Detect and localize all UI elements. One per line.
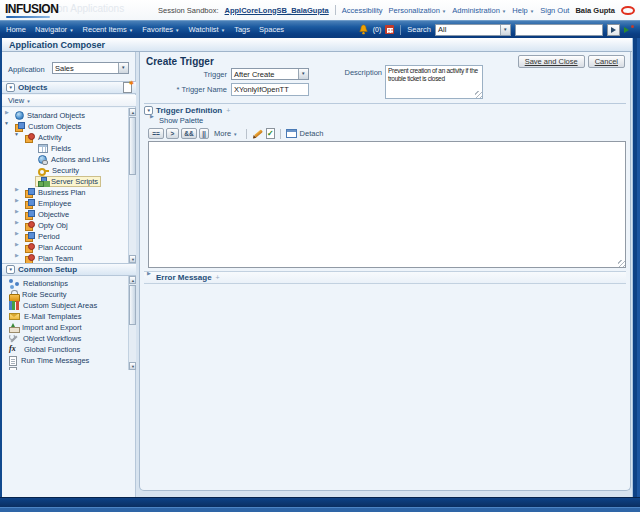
chevron-down-icon[interactable] (118, 63, 128, 73)
calendar-icon[interactable] (385, 25, 394, 34)
search-scope-select[interactable]: All (435, 24, 511, 36)
description-textarea[interactable]: Prevent creation of an activity if the t… (385, 65, 483, 99)
equals-operator-button[interactable]: == (148, 128, 164, 139)
setup-item-partial[interactable] (2, 366, 136, 370)
window-frame-bottom (0, 497, 640, 512)
bell-icon[interactable] (358, 24, 369, 35)
scrollbar-thumb[interactable] (129, 285, 136, 325)
tree-item-fields[interactable]: Fields (2, 143, 136, 154)
tree-scrollbar[interactable] (128, 108, 136, 263)
tree-item-period[interactable]: Period (2, 231, 136, 242)
tree-item-objective[interactable]: Objective (2, 209, 136, 220)
advanced-search-icon[interactable] (624, 25, 634, 35)
fields-grid-icon (38, 144, 48, 153)
administration-menu[interactable]: Administration (452, 6, 506, 15)
chevron-down-icon (173, 25, 179, 34)
alert-count[interactable]: (0) (373, 26, 382, 33)
setup-item-custom-subject-areas[interactable]: Custom Subject Areas (2, 300, 136, 311)
more-menu-button[interactable]: More (211, 129, 241, 138)
resize-grip-icon[interactable] (475, 91, 482, 98)
chevron-down-icon (440, 6, 446, 15)
divider (335, 5, 336, 15)
scroll-up-icon[interactable] (129, 108, 136, 116)
setup-item-object-workflows[interactable]: Object Workflows (2, 333, 136, 344)
setup-item-global-functions[interactable]: Global Functions (2, 344, 136, 355)
chevron-down-icon[interactable] (298, 69, 308, 79)
create-trigger-panel: Create Trigger Save and Close Cancel Tri… (139, 52, 631, 491)
document-icon (9, 367, 17, 371)
collapse-toggle-icon[interactable] (6, 265, 15, 274)
setup-item-email-templates[interactable]: E-Mail Templates (2, 311, 136, 322)
trigger-definition-header: Trigger Definition + (144, 103, 626, 116)
search-input[interactable] (515, 24, 603, 36)
script-editor[interactable] (148, 141, 626, 268)
tree-item-security[interactable]: Security (2, 165, 136, 176)
header-marker-icon: + (216, 274, 220, 281)
trigger-name-input[interactable] (231, 83, 309, 96)
tree-item-plan-team[interactable]: Plan Team (2, 253, 136, 263)
search-go-button[interactable] (607, 24, 620, 36)
save-and-close-button[interactable]: Save and Close (518, 55, 585, 68)
import-arrow-icon (9, 323, 18, 333)
error-message-header[interactable]: Error Message + (144, 271, 626, 284)
setup-item-import-and-export[interactable]: Import and Export (2, 322, 136, 333)
setup-scrollbar[interactable] (128, 276, 136, 370)
window-frame-left (0, 38, 2, 512)
tree-item-custom-objects[interactable]: Custom Objects (2, 121, 136, 132)
custom-object-icon (25, 221, 35, 231)
cancel-button[interactable]: Cancel (588, 55, 625, 68)
greater-than-operator-button[interactable]: > (166, 128, 179, 139)
collapse-toggle-icon[interactable] (6, 83, 15, 92)
tree-item-activity[interactable]: Activity (2, 132, 136, 143)
nav-navigator[interactable]: Navigator (35, 25, 74, 34)
brand-mark-icon (621, 6, 635, 15)
erase-icon[interactable] (252, 128, 264, 139)
global-header: Fusion Applications INFUSION Session San… (0, 0, 640, 20)
scroll-up-icon[interactable] (129, 276, 136, 284)
application-select[interactable]: Sales (52, 62, 129, 74)
scroll-down-icon[interactable] (129, 362, 136, 370)
and-operator-button[interactable]: && (181, 128, 197, 139)
custom-objects-icon (25, 199, 35, 209)
resize-grip-icon[interactable] (618, 260, 625, 267)
nav-recent-items[interactable]: Recent Items (83, 25, 134, 34)
content-area: Application Sales Objects View Standard … (2, 52, 632, 497)
or-operator-button[interactable]: || (199, 128, 209, 139)
nav-favorites[interactable]: Favorites (142, 25, 179, 34)
tree-item-standard-objects[interactable]: Standard Objects (2, 110, 136, 121)
page-title: Application Composer (2, 40, 105, 50)
scrollbar-thumb[interactable] (129, 117, 136, 175)
sign-out-link[interactable]: Sign Out (540, 6, 569, 15)
setup-item-relationships[interactable]: Relationships (2, 278, 136, 289)
scroll-down-icon[interactable] (129, 255, 136, 263)
setup-item-role-security[interactable]: Role Security (2, 289, 136, 300)
tree-item-server-scripts[interactable]: Server Scripts (2, 176, 136, 187)
accessibility-link[interactable]: Accessibility (342, 6, 383, 15)
trigger-type-select[interactable]: After Create (231, 68, 309, 80)
custom-object-icon (25, 254, 35, 264)
new-object-icon[interactable] (123, 82, 132, 93)
chevron-down-icon[interactable] (500, 25, 510, 35)
tree-item-plan-account[interactable]: Plan Account (2, 242, 136, 253)
chevron-down-icon (528, 6, 534, 15)
personalization-menu[interactable]: Personalization (389, 6, 447, 15)
view-menu-button[interactable]: View (8, 96, 31, 105)
nav-home[interactable]: Home (6, 25, 26, 34)
session-sandbox-link[interactable]: ApplCoreLongSB_BalaGupta (225, 6, 329, 15)
custom-objects-icon (25, 188, 35, 198)
nav-watchlist[interactable]: Watchlist (189, 25, 226, 34)
setup-item-run-time-messages[interactable]: Run Time Messages (2, 355, 136, 366)
detach-button[interactable]: Detach (286, 129, 324, 138)
objects-header-label: Objects (18, 83, 120, 92)
tree-item-opty-obj[interactable]: Opty Obj (2, 220, 136, 231)
nav-tags[interactable]: Tags (234, 25, 250, 34)
show-palette-toggle[interactable]: Show Palette (150, 116, 203, 125)
validate-icon[interactable] (266, 128, 275, 139)
tree-item-employee[interactable]: Employee (2, 198, 136, 209)
nav-spaces[interactable]: Spaces (259, 25, 284, 34)
tree-item-actions-and-links[interactable]: Actions and Links (2, 154, 136, 165)
panel-title: Create Trigger (146, 56, 214, 67)
tree-item-business-plan[interactable]: Business Plan (2, 187, 136, 198)
divider (400, 25, 401, 35)
help-menu[interactable]: Help (512, 6, 534, 15)
